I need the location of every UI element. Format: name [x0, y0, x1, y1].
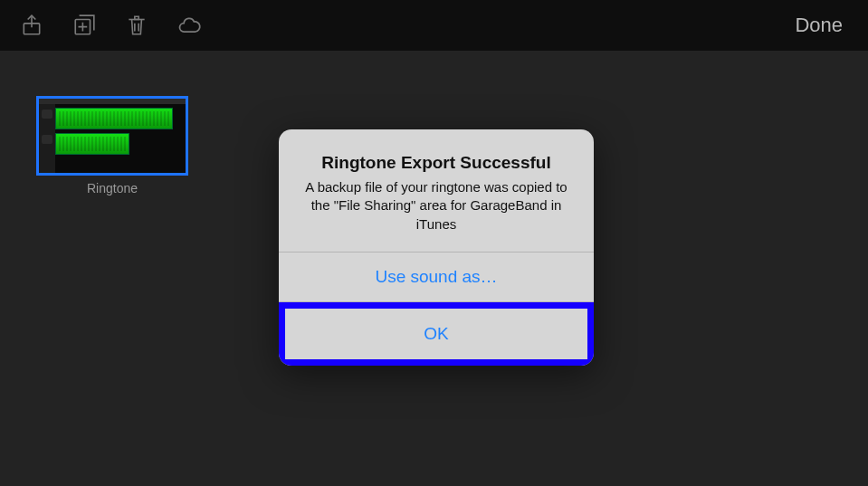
ok-button[interactable]: OK — [285, 309, 587, 359]
alert-message: A backup file of your ringtone was copie… — [300, 178, 572, 233]
trash-icon[interactable] — [123, 12, 150, 39]
toolbar-left-group — [18, 12, 203, 39]
alert-title: Ringtone Export Successful — [300, 153, 572, 173]
alert-dialog: Ringtone Export Successful A backup file… — [279, 129, 594, 366]
icloud-icon[interactable] — [176, 12, 203, 39]
alert-header: Ringtone Export Successful A backup file… — [279, 129, 594, 252]
song-thumbnail[interactable] — [36, 96, 188, 176]
share-icon[interactable] — [18, 12, 45, 39]
ok-button-highlight: OK — [279, 302, 594, 366]
new-song-icon[interactable] — [71, 12, 98, 39]
toolbar: Done — [0, 0, 868, 51]
done-button[interactable]: Done — [787, 10, 850, 41]
song-item: Ringtone — [36, 96, 188, 195]
song-name-label: Ringtone — [87, 181, 138, 195]
use-sound-as-button[interactable]: Use sound as… — [279, 253, 594, 301]
